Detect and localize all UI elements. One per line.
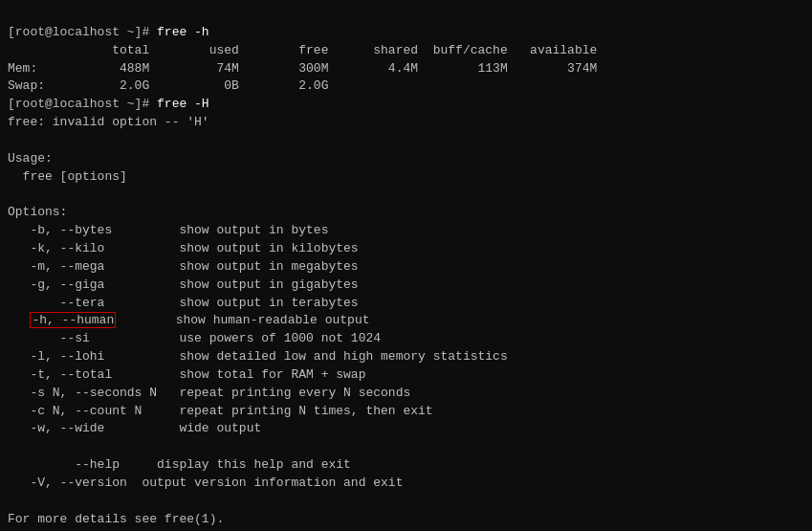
command: free -h — [157, 25, 209, 39]
terminal-line: -c N, --count N repeat printing N times,… — [8, 403, 804, 421]
terminal-line: -w, --wide wide output — [8, 420, 804, 438]
terminal-line: -l, --lohi show detailed low and high me… — [8, 348, 804, 366]
terminal-line: Usage: — [8, 150, 804, 168]
prompt: [root@localhost ~]# — [8, 25, 157, 39]
terminal-line: -g, --giga show output in gigabytes — [8, 277, 804, 295]
terminal-line: -m, --mega show output in megabytes — [8, 258, 804, 277]
highlighted-option: -h, --human — [30, 312, 116, 328]
terminal-line: --help display this help and exit — [8, 456, 804, 475]
terminal-line: -k, --kilo show output in kilobytes — [8, 240, 804, 258]
terminal-line: [root@localhost ~]# free -h — [8, 24, 804, 42]
terminal-line: free [options] — [8, 168, 804, 187]
terminal: [root@localhost ~]# free -h total used f… — [0, 0, 812, 531]
terminal-line: -t, --total show total for RAM + swap — [8, 366, 804, 385]
terminal-line: -s N, --seconds N repeat printing every … — [8, 385, 804, 403]
terminal-line: Options: — [8, 204, 804, 222]
terminal-line: For more details see free(1). — [8, 511, 804, 529]
terminal-line — [8, 493, 804, 511]
terminal-line: Swap: 2.0G 0B 2.0G — [8, 77, 804, 96]
terminal-line — [8, 438, 804, 456]
command: free -H — [157, 97, 209, 111]
terminal-line: -b, --bytes show output in bytes — [8, 222, 804, 240]
terminal-line: [root@localhost ~]# free -H — [8, 96, 804, 114]
prompt: [root@localhost ~]# — [8, 97, 157, 111]
terminal-line: total used free shared buff/cache availa… — [8, 42, 804, 60]
terminal-line: -V, --version output version information… — [8, 475, 804, 493]
terminal-line: free: invalid option -- 'H' — [8, 114, 804, 132]
terminal-line: Mem: 488M 74M 300M 4.4M 113M 374M — [8, 60, 804, 78]
terminal-line: -h, --human show human-readable output — [8, 312, 804, 330]
terminal-line: --si use powers of 1000 not 1024 — [8, 330, 804, 348]
terminal-line: --tera show output in terabytes — [8, 295, 804, 313]
terminal-line — [8, 132, 804, 150]
terminal-line — [8, 186, 804, 204]
